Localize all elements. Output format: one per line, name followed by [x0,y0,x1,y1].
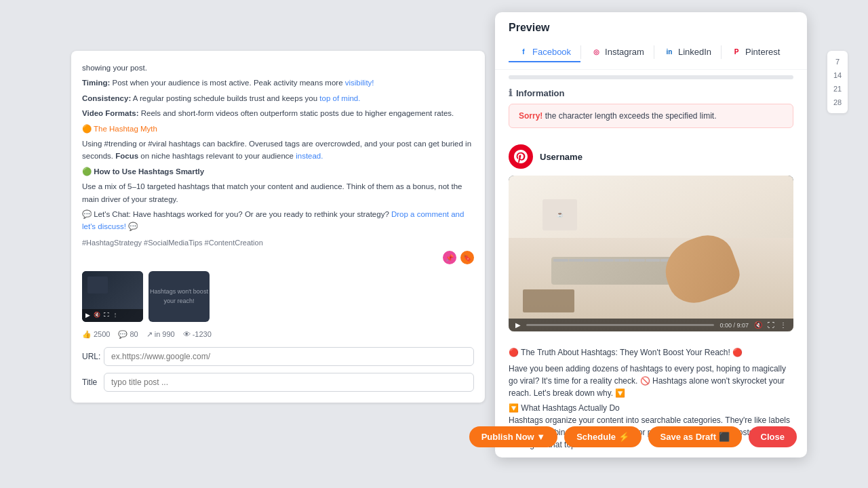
title-row: Title [82,373,474,392]
calendar-sidebar: 7 14 21 28 [827,51,848,113]
schedule-button[interactable]: Schedule ⚡ [564,426,641,447]
video-thumb-2[interactable]: Hashtags won't boost your reach! [149,271,210,322]
post-action-icons: 📌 🔖 [82,251,474,264]
linkedin-icon: in [664,46,675,57]
shares-stat: ↗ in 990 [146,329,175,340]
bookmark-icon[interactable]: 🔖 [460,251,474,264]
instagram-icon: ◎ [591,46,601,57]
desk-surface [509,238,793,331]
cal-day-28[interactable]: 28 [827,96,848,109]
tab-linkedin[interactable]: in LinkedIn [654,42,721,62]
preview-image: ☕ ▶ 0:00 / 9:07 🔇 ⛶ ⋮ [509,176,793,331]
cal-day-7[interactable]: 7 [827,55,848,68]
post-title-preview: 🔴 The Truth About Hashtags: They Won't B… [509,346,793,359]
pinterest-icon: P [731,46,742,57]
video-time: 0:00 / 9:07 [719,322,749,329]
preview-panel: Preview f Facebook ◎ Instagram in Linked… [495,12,807,458]
visibility-link[interactable]: visibility! [345,79,374,87]
play-button-icon[interactable]: ▶ [515,321,521,329]
section-title-smart: 🟢 How to Use Hashtags Smartly [82,165,474,178]
publish-now-button[interactable]: Publish Now ▼ [469,426,557,447]
pinterest-tab-label: Pinterest [745,47,780,57]
info-section: ℹ Information Sorry! the character lengt… [495,79,807,136]
title-input[interactable] [104,373,474,392]
close-button[interactable]: Close [749,426,797,447]
preview-title: Preview [509,22,793,34]
url-input[interactable] [104,347,474,366]
bottom-action-bar: Publish Now ▼ Schedule ⚡ Save as Draft ⬛… [71,418,797,455]
line-1: showing your post. [82,62,474,74]
post-body: showing your post. Timing: Post when you… [82,62,474,233]
post-body-preview: Have you been adding dozens of hashtags … [509,363,793,399]
likes-stat: 👍 2500 [82,329,110,340]
url-label: URL: [82,350,98,363]
error-text: the character length exceeds the specifi… [545,111,717,121]
line-3: Consistency: A regular posting schedule … [82,92,474,104]
more-icon[interactable]: ⋮ [780,321,787,329]
chat-line: 💬 Let's Chat: Have hashtags worked for y… [82,208,474,233]
info-header: ℹ Information [509,87,793,98]
error-box: Sorry! the character length exceeds the … [509,104,793,128]
facebook-icon: f [518,46,529,57]
hashtag-tags: #HashtagStrategy #SocialMediaTips #Conte… [82,237,474,249]
media-grid: ▶ 🔇 ⛶ ⋮ Hashtags won't boost your reach! [82,271,474,322]
title-label: Title [82,376,98,388]
url-row: URL: [82,347,474,366]
left-content-panel: showing your post. Timing: Post when you… [71,51,485,403]
cal-day-21[interactable]: 21 [827,82,848,96]
volume-icon[interactable]: 🔇 [754,321,762,329]
line-4: Video Formats: Reels and short-form vide… [82,107,474,119]
pinterest-username: Username [540,152,583,162]
info-title: Information [516,88,565,98]
pinterest-preview: Username [495,136,807,340]
hashtag-smart-text: Use a mix of 5–10 targeted hashtags that… [82,180,474,205]
fire-icon-1: 🔴 [509,348,519,357]
progress-bar[interactable] [526,324,714,326]
tab-pinterest[interactable]: P Pinterest [722,42,789,62]
tab-instagram[interactable]: ◎ Instagram [581,42,654,62]
linkedin-tab-label: LinkedIn [678,47,711,57]
pinterest-avatar [509,144,533,169]
video-controls: ▶ 0:00 / 9:07 🔇 ⛶ ⋮ [509,319,793,331]
comments-stat: 💬 80 [118,329,138,340]
mug-shape: ☕ [542,199,576,230]
platform-tabs: f Facebook ◎ Instagram in LinkedIn P Pin… [509,42,793,62]
pin-icon[interactable]: 📌 [443,251,456,264]
discuss-link[interactable]: Drop a comment and let's discuss! [82,210,464,230]
video-thumb-1[interactable]: ▶ 🔇 ⛶ ⋮ [82,271,143,322]
facebook-tab-label: Facebook [532,47,571,57]
line-2: Timing: Post when your audience is most … [82,77,474,89]
save-draft-button[interactable]: Save as Draft ⬛ [648,426,742,447]
views-stat: 👁 -1230 [183,329,212,340]
desk-scene: ☕ [509,176,793,331]
preview-header: Preview f Facebook ◎ Instagram in Linked… [495,12,807,70]
tab-facebook[interactable]: f Facebook [509,42,580,62]
section-title-hashtag: 🟠 The Hashtag Myth [82,123,474,135]
pinterest-user: Username [509,144,793,169]
instead-link[interactable]: instead. [296,152,323,160]
error-sorry: Sorry! [519,111,542,121]
fullscreen-icon[interactable]: ⛶ [768,321,774,329]
stats-row: 👍 2500 💬 80 ↗ in 990 👁 -1230 [82,329,474,340]
cal-day-14[interactable]: 14 [827,68,848,82]
instagram-tab-label: Instagram [605,47,644,57]
fire-icon-2: 🔴 [732,348,743,357]
info-icon: ℹ [509,87,512,98]
hashtag-myth-text: Using #trending or #viral hashtags can b… [82,138,474,163]
